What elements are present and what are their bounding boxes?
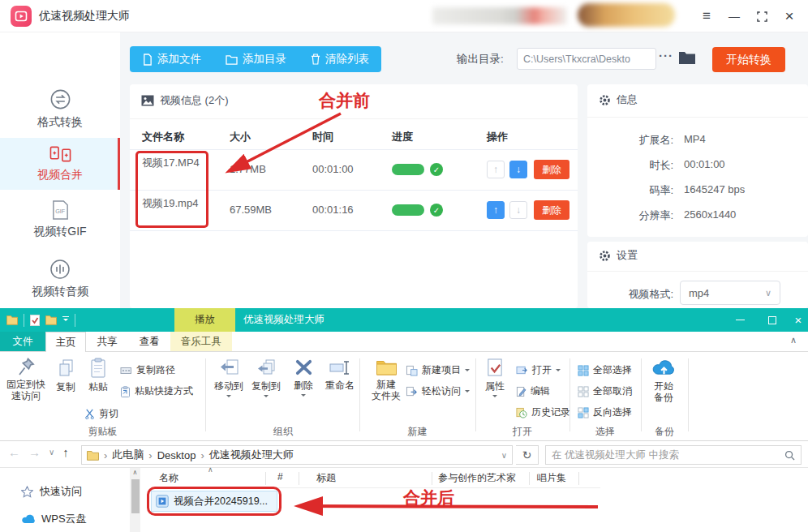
app-title: 优速视频处理大师 [39, 9, 130, 24]
open-folder-icon[interactable] [678, 50, 696, 65]
scroll-up-icon[interactable]: ∧ [130, 468, 140, 478]
move-down-button[interactable]: ↓ [509, 201, 527, 219]
search-input[interactable] [552, 449, 784, 461]
divider [641, 358, 642, 431]
collapse-ribbon-icon[interactable]: ∧ [790, 335, 797, 345]
active-indicator [118, 138, 120, 190]
video-format-label: 视频格式: [587, 287, 673, 302]
copy-to-button[interactable]: 复制到 [248, 358, 284, 400]
maximize-icon[interactable] [748, 0, 776, 32]
video-format-select[interactable]: mp4 ∨ [680, 281, 780, 305]
tab-file[interactable]: 文件 [0, 332, 45, 351]
divider [130, 230, 578, 231]
paste-shortcut-button[interactable]: 粘贴快捷方式 [120, 384, 193, 398]
select-none-button[interactable]: 全部取消 [578, 384, 632, 398]
tab-music-tools[interactable]: 音乐工具 [170, 332, 232, 351]
invert-selection-button[interactable]: 反向选择 [578, 405, 632, 419]
folder-icon[interactable] [6, 315, 18, 325]
browse-more-button[interactable]: ··· [659, 49, 673, 62]
edit-button[interactable]: 编辑 [516, 384, 550, 398]
address-bar[interactable]: › 此电脑 › Desktop › 优速视频处理大师 ∨ [81, 445, 513, 465]
search-box[interactable] [545, 445, 802, 465]
select-all-button[interactable]: 全部选择 [578, 363, 632, 377]
chevron-down-icon[interactable]: ∨ [501, 451, 507, 460]
new-folder-button[interactable]: 新建 文件夹 [367, 358, 406, 402]
tab-share[interactable]: 共享 [86, 332, 128, 351]
delete-button[interactable]: 删除 [287, 358, 320, 399]
breadcrumb-this-pc[interactable]: 此电脑 [112, 448, 144, 462]
delete-button[interactable]: 删除 [534, 200, 569, 220]
move-up-button[interactable]: ↑ [487, 201, 505, 219]
sidebar-item-video-to-gif[interactable]: GIF 视频转GIF [0, 198, 120, 243]
move-down-button[interactable]: ↓ [509, 161, 527, 178]
search-icon[interactable] [784, 450, 795, 461]
start-convert-button[interactable]: 开始转换 [712, 47, 785, 72]
divider [130, 149, 578, 150]
qat-dropdown-icon[interactable] [62, 316, 69, 324]
breadcrumb-current-folder[interactable]: 优速视频处理大师 [209, 448, 294, 462]
properties-button[interactable]: 属性 [480, 358, 509, 400]
tab-home[interactable]: 主页 [45, 332, 86, 353]
column-header-title[interactable]: 标题 [316, 471, 336, 485]
menu-icon[interactable]: ≡ [693, 0, 720, 32]
output-dir-input[interactable] [517, 48, 656, 70]
back-icon[interactable]: ← [8, 445, 20, 459]
clear-list-button[interactable]: 清除列表 [299, 46, 381, 72]
refresh-icon[interactable]: ↻ [516, 445, 539, 465]
svg-text:GIF: GIF [55, 208, 66, 215]
copy-icon [57, 358, 75, 379]
group-label-new: 新建 [359, 425, 475, 439]
add-file-button[interactable]: 添加文件 [130, 46, 213, 72]
copy-button[interactable]: 复制 [50, 358, 81, 393]
new-item-button[interactable]: 新建项目 [406, 363, 470, 377]
crumb-separator: › [104, 449, 107, 461]
divider [359, 358, 360, 431]
tab-view[interactable]: 查看 [128, 332, 170, 351]
column-header-album[interactable]: 唱片集 [537, 471, 566, 485]
easy-access-button[interactable]: 轻松访问 [406, 384, 470, 398]
minimize-icon[interactable]: — [720, 0, 748, 32]
properties-check-icon[interactable] [30, 315, 40, 326]
sidebar-item-video-to-audio[interactable]: 视频转音频 [0, 256, 120, 302]
progress-bar [392, 164, 424, 175]
close-icon[interactable]: × [789, 308, 808, 332]
paste-button[interactable]: 粘贴 [82, 358, 114, 393]
column-header-artists[interactable]: 参与创作的艺术家 [438, 471, 516, 485]
button-label: 备份 [654, 392, 673, 403]
sidebar-item-wps-cloud[interactable]: WPS云盘 [21, 512, 87, 526]
chevron-down-icon: ∨ [765, 288, 771, 298]
move-to-button[interactable]: 移动到 [211, 358, 247, 400]
close-icon[interactable]: × [776, 0, 803, 32]
column-header-number[interactable]: # [277, 471, 283, 483]
copy-path-button[interactable]: 复制路径 [120, 363, 175, 377]
group-label-organize: 组织 [207, 425, 359, 439]
folder-icon[interactable] [45, 315, 57, 325]
sidebar-item-video-merge[interactable]: 视频合并 [0, 138, 120, 190]
column-header-name[interactable]: 名称 [159, 471, 178, 485]
recent-locations-icon[interactable]: ∨ [49, 448, 54, 457]
forward-icon[interactable]: → [28, 445, 41, 459]
pin-to-quick-access-button[interactable]: 固定到快 速访问 [3, 357, 49, 402]
history-icon [516, 407, 527, 418]
move-up-button[interactable]: ↑ [487, 161, 505, 178]
maximize-icon[interactable] [756, 308, 789, 332]
play-contextual-tab[interactable]: 播放 [174, 308, 235, 332]
button-label: 重命名 [325, 380, 355, 391]
cut-button[interactable]: 剪切 [84, 407, 118, 421]
clipboard-icon [89, 358, 107, 379]
start-backup-button[interactable]: 开始 备份 [646, 358, 681, 404]
minimize-icon[interactable] [724, 308, 756, 332]
sidebar-item-quick-access[interactable]: 快速访问 [21, 484, 82, 499]
sidebar-item-format-convert[interactable]: 格式转换 [0, 86, 120, 131]
add-directory-button[interactable]: 添加目录 [213, 46, 299, 72]
up-icon[interactable]: ↑ [62, 445, 69, 459]
scrollbar-thumb[interactable] [131, 479, 140, 513]
open-button[interactable]: 打开 [516, 363, 561, 377]
breadcrumb-desktop[interactable]: Desktop [157, 449, 196, 461]
scrollbar[interactable]: ∧ [130, 468, 140, 532]
rename-button[interactable]: 重命名 [321, 358, 359, 391]
group-label-backup: 备份 [641, 425, 688, 439]
delete-button[interactable]: 删除 [534, 160, 569, 179]
history-button[interactable]: 历史记录 [516, 405, 570, 419]
gear-icon [599, 250, 611, 262]
